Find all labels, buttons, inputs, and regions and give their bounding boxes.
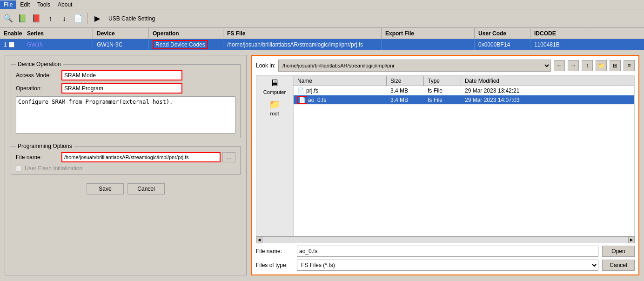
browser-filetype-bar: Files of type: FS Files (*.fs) Cancel: [256, 260, 635, 271]
access-mode-row: Access Mode: SRAM Mode: [16, 70, 235, 80]
operation-wrap: SRAM Program: [61, 83, 182, 94]
access-mode-label: Access Mode:: [16, 72, 58, 79]
th-fsfile: FS File: [223, 28, 382, 39]
back-button[interactable]: ←: [554, 60, 565, 71]
browser-filetype-label: Files of type:: [256, 262, 293, 268]
table-row[interactable]: 1 ✓ GW1N GW1N-9C Read Device Codes /home…: [0, 39, 644, 50]
remove-button[interactable]: 📕: [30, 12, 43, 25]
td-idcode: 1100481B: [530, 39, 586, 50]
file-type-ao0: fs File: [424, 97, 461, 103]
program-button[interactable]: ▶: [91, 12, 104, 25]
td-exportfile: [382, 39, 475, 50]
fth-date[interactable]: Date Modified: [461, 76, 634, 86]
th-usercode: User Code: [475, 28, 530, 39]
operation-label: Operation:: [16, 85, 58, 92]
operation-row: Operation: SRAM Program: [16, 83, 235, 94]
td-enable: 1 ✓: [0, 39, 23, 50]
file-date-prj: 29 Mar 2023 13:42:21: [461, 87, 634, 94]
file-icon-prj: 📄: [297, 87, 304, 94]
save-button[interactable]: Save: [87, 183, 124, 194]
toolbar-label: USB Cable Setting: [108, 15, 155, 22]
description-area: Configure SRAM from Programmer(external …: [16, 96, 235, 134]
fth-name[interactable]: Name: [294, 76, 387, 86]
icon-view-button[interactable]: ⊞: [610, 60, 621, 71]
cancel-button[interactable]: Cancel: [127, 183, 165, 194]
device-operation-legend: Device Operation: [16, 61, 63, 67]
access-mode-dropdown[interactable]: SRAM Mode: [61, 70, 182, 80]
menu-file[interactable]: File: [0, 0, 16, 9]
file-row-prj[interactable]: 📄 prj.fs 3.4 MB fs File 29 Mar 2023 13:4…: [294, 86, 634, 95]
row-number: 1: [4, 41, 7, 48]
cable-button[interactable]: 📄: [72, 12, 85, 25]
filename-input[interactable]: [61, 152, 221, 162]
fth-size[interactable]: Size: [387, 76, 424, 86]
main-content: Device Operation Access Mode: SRAM Mode …: [0, 50, 644, 280]
up-folder-button[interactable]: ↑: [582, 60, 593, 71]
file-row-ao0[interactable]: 📄 ao_0.fs 3.4 MB fs File 29 Mar 2023 14:…: [294, 95, 634, 105]
zoom-button[interactable]: 🔍: [2, 12, 15, 25]
table-header: Enable Series Device Operation FS File E…: [0, 28, 644, 39]
device-operation-group: Device Operation Access Mode: SRAM Mode …: [11, 61, 241, 138]
filename-field-row: File name: ...: [16, 152, 235, 162]
device-value: GW1N-9C: [97, 41, 122, 48]
device-panel-buttons: Save Cancel: [11, 183, 241, 194]
td-usercode: 0x0000BF14: [475, 39, 530, 50]
file-date-ao0: 29 Mar 2023 14:07:03: [461, 97, 634, 103]
menu-edit[interactable]: Edit: [16, 0, 34, 9]
up-button[interactable]: ↑: [44, 12, 57, 25]
browser-filename-input[interactable]: [297, 246, 598, 257]
file-name-ao0: 📄 ao_0.fs: [294, 96, 387, 104]
computer-icon: 🖥: [270, 78, 279, 88]
lookin-row: Look in: /home/josuah/brilliantlabsAR/st…: [256, 60, 635, 72]
scroll-left[interactable]: ◀: [256, 237, 262, 243]
td-operation: Read Device Codes: [149, 39, 223, 50]
file-name-prj: 📄 prj.fs: [294, 87, 387, 94]
fth-type[interactable]: Type: [424, 76, 461, 86]
programming-options-legend: Programming Options: [16, 143, 74, 149]
flash-init-row: User Flash Initialization: [16, 165, 235, 172]
device-panel: Device Operation Access Mode: SRAM Mode …: [5, 55, 247, 275]
access-mode-wrap: SRAM Mode: [61, 70, 182, 80]
file-icon-ao0: 📄: [297, 96, 307, 104]
flash-init-checkbox[interactable]: [16, 166, 22, 172]
series-value: GW1N: [27, 41, 44, 48]
lookin-dropdown[interactable]: /home/josuah/brilliantlabsAR/streamlogic…: [278, 60, 551, 72]
root-icon: 📁: [269, 99, 281, 110]
forward-button[interactable]: →: [568, 60, 579, 71]
file-table: Name Size Type Date Modified 📄 prj.fs 3.…: [293, 75, 635, 236]
menu-tools[interactable]: Tools: [34, 0, 54, 9]
place-computer[interactable]: 🖥 Computer: [258, 78, 291, 95]
open-button[interactable]: Open: [602, 246, 635, 257]
place-root[interactable]: 📁 root: [258, 99, 291, 116]
file-table-header: Name Size Type Date Modified: [294, 76, 634, 86]
flash-init-label: User Flash Initialization: [25, 165, 82, 172]
enable-checkbox[interactable]: ✓: [9, 42, 14, 47]
browser-cancel-button[interactable]: Cancel: [602, 260, 635, 271]
new-folder-button[interactable]: 📁: [596, 60, 607, 71]
th-exportfile: Export File: [382, 28, 475, 39]
file-list-area: 🖥 Computer 📁 root Name Size Type Date Mo…: [256, 75, 635, 236]
menu-bar: File Edit Tools About: [0, 0, 644, 9]
filename-field-label: File name:: [16, 154, 58, 161]
browser-filename-bar: File name: Open: [256, 246, 635, 257]
list-view-button[interactable]: ≡: [624, 60, 635, 71]
scroll-right[interactable]: ▶: [628, 237, 635, 243]
fsfile-value: /home/josuah/brilliantlabsAR/streamlogic…: [227, 41, 363, 48]
th-operation: Operation: [149, 28, 223, 39]
filename-input-row: ...: [61, 152, 235, 162]
operation-dropdown[interactable]: SRAM Program: [61, 83, 182, 94]
file-size-prj: 3.4 MB: [387, 87, 424, 94]
th-enable: Enable: [0, 28, 23, 39]
operation-value: Read Device Codes: [153, 40, 208, 49]
down-button[interactable]: ↓: [58, 12, 71, 25]
menu-about[interactable]: About: [54, 0, 76, 9]
browse-button[interactable]: ...: [222, 152, 235, 162]
add-button[interactable]: 📗: [16, 12, 29, 25]
browser-filename-label: File name:: [256, 248, 293, 254]
th-series: Series: [23, 28, 93, 39]
file-size-ao0: 3.4 MB: [387, 97, 424, 103]
usercode-value: 0x0000BF14: [478, 41, 510, 48]
td-device: GW1N-9C: [93, 39, 149, 50]
file-type-prj: fs File: [424, 87, 461, 94]
browser-filetype-select[interactable]: FS Files (*.fs): [297, 260, 598, 271]
